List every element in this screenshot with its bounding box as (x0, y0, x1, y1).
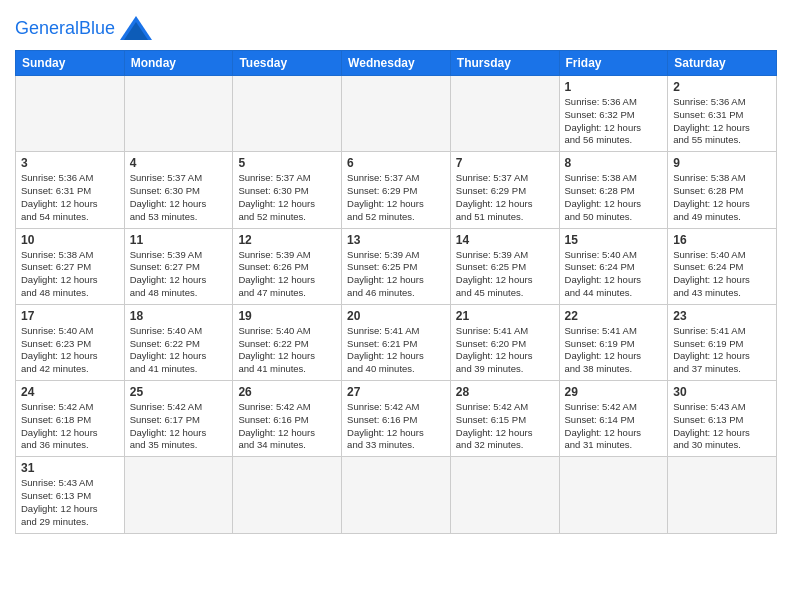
day-number: 2 (673, 80, 771, 94)
calendar-cell: 27Sunrise: 5:42 AM Sunset: 6:16 PM Dayli… (342, 381, 451, 457)
logo-icon (118, 14, 154, 42)
calendar-cell: 24Sunrise: 5:42 AM Sunset: 6:18 PM Dayli… (16, 381, 125, 457)
day-info: Sunrise: 5:36 AM Sunset: 6:32 PM Dayligh… (565, 96, 663, 147)
calendar-cell (559, 457, 668, 533)
calendar-cell: 6Sunrise: 5:37 AM Sunset: 6:29 PM Daylig… (342, 152, 451, 228)
day-number: 19 (238, 309, 336, 323)
calendar-cell (450, 457, 559, 533)
day-number: 17 (21, 309, 119, 323)
calendar-cell (342, 76, 451, 152)
calendar-cell: 10Sunrise: 5:38 AM Sunset: 6:27 PM Dayli… (16, 228, 125, 304)
day-info: Sunrise: 5:38 AM Sunset: 6:28 PM Dayligh… (673, 172, 771, 223)
calendar-cell: 12Sunrise: 5:39 AM Sunset: 6:26 PM Dayli… (233, 228, 342, 304)
calendar-cell: 29Sunrise: 5:42 AM Sunset: 6:14 PM Dayli… (559, 381, 668, 457)
weekday-header-saturday: Saturday (668, 51, 777, 76)
calendar-cell: 5Sunrise: 5:37 AM Sunset: 6:30 PM Daylig… (233, 152, 342, 228)
day-number: 3 (21, 156, 119, 170)
day-info: Sunrise: 5:40 AM Sunset: 6:24 PM Dayligh… (673, 249, 771, 300)
day-number: 24 (21, 385, 119, 399)
day-info: Sunrise: 5:37 AM Sunset: 6:29 PM Dayligh… (456, 172, 554, 223)
calendar-cell: 23Sunrise: 5:41 AM Sunset: 6:19 PM Dayli… (668, 304, 777, 380)
calendar-cell: 1Sunrise: 5:36 AM Sunset: 6:32 PM Daylig… (559, 76, 668, 152)
day-info: Sunrise: 5:39 AM Sunset: 6:25 PM Dayligh… (347, 249, 445, 300)
day-number: 6 (347, 156, 445, 170)
day-info: Sunrise: 5:41 AM Sunset: 6:21 PM Dayligh… (347, 325, 445, 376)
day-number: 7 (456, 156, 554, 170)
day-number: 11 (130, 233, 228, 247)
day-number: 16 (673, 233, 771, 247)
day-number: 29 (565, 385, 663, 399)
calendar-cell (342, 457, 451, 533)
logo-general: General (15, 18, 79, 38)
calendar-week-row: 17Sunrise: 5:40 AM Sunset: 6:23 PM Dayli… (16, 304, 777, 380)
calendar-cell: 7Sunrise: 5:37 AM Sunset: 6:29 PM Daylig… (450, 152, 559, 228)
calendar-cell: 8Sunrise: 5:38 AM Sunset: 6:28 PM Daylig… (559, 152, 668, 228)
day-info: Sunrise: 5:36 AM Sunset: 6:31 PM Dayligh… (21, 172, 119, 223)
day-number: 31 (21, 461, 119, 475)
day-info: Sunrise: 5:36 AM Sunset: 6:31 PM Dayligh… (673, 96, 771, 147)
calendar-cell: 11Sunrise: 5:39 AM Sunset: 6:27 PM Dayli… (124, 228, 233, 304)
day-number: 10 (21, 233, 119, 247)
calendar-cell: 15Sunrise: 5:40 AM Sunset: 6:24 PM Dayli… (559, 228, 668, 304)
weekday-header-monday: Monday (124, 51, 233, 76)
calendar-cell (450, 76, 559, 152)
calendar-cell: 4Sunrise: 5:37 AM Sunset: 6:30 PM Daylig… (124, 152, 233, 228)
day-info: Sunrise: 5:42 AM Sunset: 6:18 PM Dayligh… (21, 401, 119, 452)
logo-blue: Blue (79, 18, 115, 38)
calendar-cell: 21Sunrise: 5:41 AM Sunset: 6:20 PM Dayli… (450, 304, 559, 380)
day-number: 22 (565, 309, 663, 323)
day-number: 5 (238, 156, 336, 170)
calendar-cell: 18Sunrise: 5:40 AM Sunset: 6:22 PM Dayli… (124, 304, 233, 380)
calendar-cell: 22Sunrise: 5:41 AM Sunset: 6:19 PM Dayli… (559, 304, 668, 380)
day-info: Sunrise: 5:42 AM Sunset: 6:14 PM Dayligh… (565, 401, 663, 452)
day-number: 27 (347, 385, 445, 399)
calendar-cell (124, 457, 233, 533)
calendar-cell: 3Sunrise: 5:36 AM Sunset: 6:31 PM Daylig… (16, 152, 125, 228)
day-number: 30 (673, 385, 771, 399)
day-info: Sunrise: 5:38 AM Sunset: 6:27 PM Dayligh… (21, 249, 119, 300)
calendar-cell: 16Sunrise: 5:40 AM Sunset: 6:24 PM Dayli… (668, 228, 777, 304)
calendar-cell: 30Sunrise: 5:43 AM Sunset: 6:13 PM Dayli… (668, 381, 777, 457)
day-number: 13 (347, 233, 445, 247)
calendar-cell (668, 457, 777, 533)
calendar-table: SundayMondayTuesdayWednesdayThursdayFrid… (15, 50, 777, 534)
day-info: Sunrise: 5:37 AM Sunset: 6:29 PM Dayligh… (347, 172, 445, 223)
day-info: Sunrise: 5:43 AM Sunset: 6:13 PM Dayligh… (673, 401, 771, 452)
day-number: 25 (130, 385, 228, 399)
calendar-cell: 17Sunrise: 5:40 AM Sunset: 6:23 PM Dayli… (16, 304, 125, 380)
logo-text: GeneralBlue (15, 18, 115, 39)
calendar-week-row: 10Sunrise: 5:38 AM Sunset: 6:27 PM Dayli… (16, 228, 777, 304)
day-number: 4 (130, 156, 228, 170)
day-number: 9 (673, 156, 771, 170)
day-info: Sunrise: 5:40 AM Sunset: 6:22 PM Dayligh… (238, 325, 336, 376)
day-info: Sunrise: 5:39 AM Sunset: 6:25 PM Dayligh… (456, 249, 554, 300)
day-info: Sunrise: 5:38 AM Sunset: 6:28 PM Dayligh… (565, 172, 663, 223)
calendar-cell: 31Sunrise: 5:43 AM Sunset: 6:13 PM Dayli… (16, 457, 125, 533)
day-info: Sunrise: 5:43 AM Sunset: 6:13 PM Dayligh… (21, 477, 119, 528)
day-info: Sunrise: 5:42 AM Sunset: 6:16 PM Dayligh… (347, 401, 445, 452)
calendar-cell: 26Sunrise: 5:42 AM Sunset: 6:16 PM Dayli… (233, 381, 342, 457)
calendar-cell (233, 76, 342, 152)
calendar-cell: 28Sunrise: 5:42 AM Sunset: 6:15 PM Dayli… (450, 381, 559, 457)
day-info: Sunrise: 5:37 AM Sunset: 6:30 PM Dayligh… (130, 172, 228, 223)
day-info: Sunrise: 5:42 AM Sunset: 6:17 PM Dayligh… (130, 401, 228, 452)
day-info: Sunrise: 5:37 AM Sunset: 6:30 PM Dayligh… (238, 172, 336, 223)
weekday-header-thursday: Thursday (450, 51, 559, 76)
day-info: Sunrise: 5:41 AM Sunset: 6:19 PM Dayligh… (565, 325, 663, 376)
day-info: Sunrise: 5:39 AM Sunset: 6:27 PM Dayligh… (130, 249, 228, 300)
day-info: Sunrise: 5:42 AM Sunset: 6:16 PM Dayligh… (238, 401, 336, 452)
day-info: Sunrise: 5:39 AM Sunset: 6:26 PM Dayligh… (238, 249, 336, 300)
weekday-header-wednesday: Wednesday (342, 51, 451, 76)
page: GeneralBlue SundayMondayTuesdayWednesday… (0, 0, 792, 612)
calendar-week-row: 3Sunrise: 5:36 AM Sunset: 6:31 PM Daylig… (16, 152, 777, 228)
day-number: 21 (456, 309, 554, 323)
weekday-header-row: SundayMondayTuesdayWednesdayThursdayFrid… (16, 51, 777, 76)
day-number: 26 (238, 385, 336, 399)
calendar-cell (233, 457, 342, 533)
calendar-cell: 14Sunrise: 5:39 AM Sunset: 6:25 PM Dayli… (450, 228, 559, 304)
day-info: Sunrise: 5:42 AM Sunset: 6:15 PM Dayligh… (456, 401, 554, 452)
weekday-header-sunday: Sunday (16, 51, 125, 76)
day-number: 28 (456, 385, 554, 399)
calendar-cell (124, 76, 233, 152)
calendar-cell (16, 76, 125, 152)
